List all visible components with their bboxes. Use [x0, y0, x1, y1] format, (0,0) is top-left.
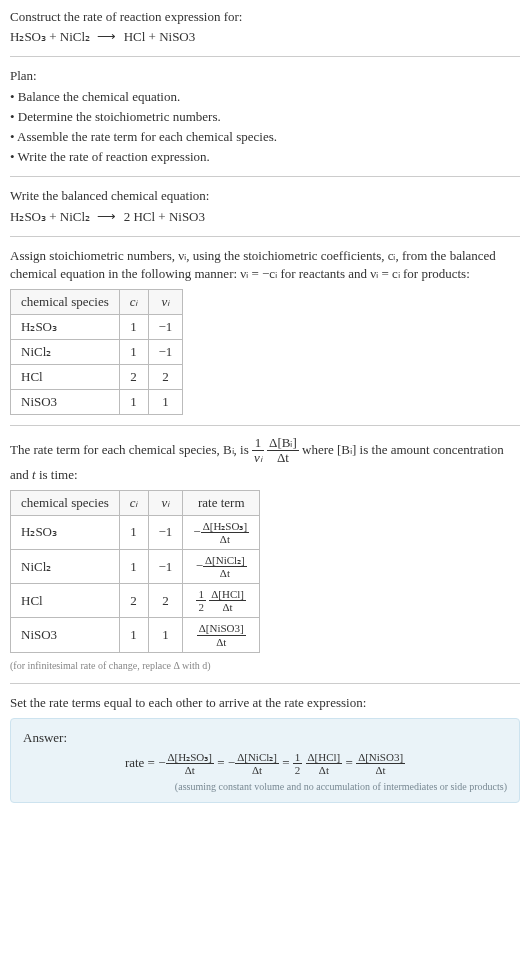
rate-cell: −Δ[H₂SO₃]Δt [183, 515, 260, 549]
species-cell: HCl [11, 584, 120, 618]
species-cell: NiSO3 [11, 618, 120, 652]
eq-arrow: ⟶ [93, 209, 120, 224]
term-frac: Δ[NiCl₂]Δt [235, 751, 279, 776]
divider [10, 56, 520, 57]
v-cell: 2 [148, 584, 183, 618]
eq-arrow: ⟶ [93, 29, 120, 44]
v-cell: −1 [148, 340, 183, 365]
balanced-heading: Write the balanced chemical equation: [10, 187, 520, 205]
eq-right: 2 HCl + NiSO3 [124, 209, 205, 224]
rate-cell: −Δ[NiCl₂]Δt [183, 550, 260, 584]
answer-box: Answer: rate = −Δ[H₂SO₃]Δt = −Δ[NiCl₂]Δt… [10, 718, 520, 803]
neg-sign: − [193, 523, 200, 538]
answer-note: (assuming constant volume and no accumul… [23, 780, 507, 794]
v-cell: −1 [148, 550, 183, 584]
intro-equation: H₂SO₃ + NiCl₂ ⟶ HCl + NiSO3 [10, 28, 520, 46]
c-cell: 2 [119, 584, 148, 618]
rateterm-section: The rate term for each chemical species,… [10, 436, 520, 673]
assign-section: Assign stoichiometric numbers, νᵢ, using… [10, 247, 520, 415]
plan-heading: Plan: [10, 67, 520, 85]
equals: = [346, 755, 353, 770]
table-row: NiCl₂ 1 −1 [11, 340, 183, 365]
rateterm-text: The rate term for each chemical species,… [10, 436, 520, 484]
plan-item: Determine the stoichiometric numbers. [10, 108, 520, 126]
rate-cell: Δ[NiSO3]Δt [183, 618, 260, 652]
half-frac: 12 [196, 588, 206, 613]
table-row: NiSO3 1 1 [11, 390, 183, 415]
term-frac: Δ[H₂SO₃]Δt [166, 751, 214, 776]
v-cell: 2 [148, 365, 183, 390]
divider [10, 236, 520, 237]
eq-left: H₂SO₃ + NiCl₂ [10, 209, 90, 224]
col-v: νᵢ [148, 290, 183, 315]
species-cell: HCl [11, 365, 120, 390]
species-cell: H₂SO₃ [11, 515, 120, 549]
rate-frac: Δ[NiSO3]Δt [197, 622, 246, 647]
balanced-section: Write the balanced chemical equation: H₂… [10, 187, 520, 225]
c-cell: 1 [119, 550, 148, 584]
table-row: NiSO3 1 1 Δ[NiSO3]Δt [11, 618, 260, 652]
species-cell: NiSO3 [11, 390, 120, 415]
species-cell: NiCl₂ [11, 340, 120, 365]
final-section: Set the rate terms equal to each other t… [10, 694, 520, 804]
equals: = [282, 755, 289, 770]
plan-item: Write the rate of reaction expression. [10, 148, 520, 166]
divider [10, 425, 520, 426]
intro-prompt: Construct the rate of reaction expressio… [10, 8, 520, 26]
divider [10, 176, 520, 177]
table-header-row: chemical species cᵢ νᵢ rate term [11, 490, 260, 515]
v-cell: −1 [148, 515, 183, 549]
equals: = [217, 755, 224, 770]
table-row: HCl 2 2 12 Δ[HCl]Δt [11, 584, 260, 618]
neg-sign: − [196, 558, 203, 573]
c-cell: 1 [119, 315, 148, 340]
col-rate: rate term [183, 490, 260, 515]
species-cell: NiCl₂ [11, 550, 120, 584]
answer-label: Answer: [23, 729, 507, 747]
neg-sign: − [158, 755, 165, 770]
c-cell: 1 [119, 515, 148, 549]
c-cell: 1 [119, 618, 148, 652]
table-header-row: chemical species cᵢ νᵢ [11, 290, 183, 315]
rateterm-caption: (for infinitesimal rate of change, repla… [10, 659, 520, 673]
assign-text: Assign stoichiometric numbers, νᵢ, using… [10, 247, 520, 283]
rate-prefix: rate = [125, 755, 155, 770]
c-cell: 1 [119, 340, 148, 365]
half-frac: 12 [293, 751, 303, 776]
plan-item: Balance the chemical equation. [10, 88, 520, 106]
divider [10, 683, 520, 684]
rate-frac: Δ[H₂SO₃]Δt [201, 520, 249, 545]
plan-section: Plan: Balance the chemical equation. Det… [10, 67, 520, 166]
col-species: chemical species [11, 490, 120, 515]
eq-right: HCl + NiSO3 [124, 29, 196, 44]
one-over-nu: 1 νᵢ [252, 436, 264, 466]
rate-cell: 12 Δ[HCl]Δt [183, 584, 260, 618]
balanced-equation: H₂SO₃ + NiCl₂ ⟶ 2 HCl + NiSO3 [10, 208, 520, 226]
intro-section: Construct the rate of reaction expressio… [10, 8, 520, 46]
table-row: H₂SO₃ 1 −1 [11, 315, 183, 340]
rate-expression: rate = −Δ[H₂SO₃]Δt = −Δ[NiCl₂]Δt = 12 Δ[… [23, 751, 507, 776]
c-cell: 1 [119, 390, 148, 415]
v-cell: 1 [148, 390, 183, 415]
rt-text-a: The rate term for each chemical species,… [10, 442, 249, 457]
stoich-table: chemical species cᵢ νᵢ H₂SO₃ 1 −1 NiCl₂ … [10, 289, 183, 415]
rateterm-table: chemical species cᵢ νᵢ rate term H₂SO₃ 1… [10, 490, 260, 653]
neg-sign: − [228, 755, 235, 770]
rate-frac: Δ[NiCl₂]Δt [203, 554, 247, 579]
col-species: chemical species [11, 290, 120, 315]
rt-text-c: is time: [39, 467, 78, 482]
table-row: NiCl₂ 1 −1 −Δ[NiCl₂]Δt [11, 550, 260, 584]
eq-left: H₂SO₃ + NiCl₂ [10, 29, 90, 44]
col-c: cᵢ [119, 490, 148, 515]
col-v: νᵢ [148, 490, 183, 515]
c-cell: 2 [119, 365, 148, 390]
rate-frac: Δ[HCl]Δt [209, 588, 246, 613]
plan-item: Assemble the rate term for each chemical… [10, 128, 520, 146]
v-cell: 1 [148, 618, 183, 652]
t-var: t [32, 467, 36, 482]
col-c: cᵢ [119, 290, 148, 315]
species-cell: H₂SO₃ [11, 315, 120, 340]
term-frac: Δ[HCl]Δt [306, 751, 343, 776]
table-row: H₂SO₃ 1 −1 −Δ[H₂SO₃]Δt [11, 515, 260, 549]
v-cell: −1 [148, 315, 183, 340]
